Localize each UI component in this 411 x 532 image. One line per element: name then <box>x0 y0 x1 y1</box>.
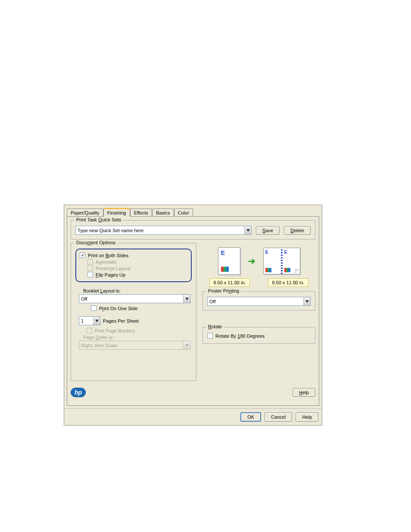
booklet-layout-combo[interactable]: Off <box>79 294 190 303</box>
preview-booklet-icon <box>263 248 300 274</box>
poster-printing-group: Poster Printing Off <box>202 291 315 311</box>
tab-finishing[interactable]: Finishing <box>103 208 130 217</box>
dialog-button-bar: OK Cancel Help <box>64 408 322 425</box>
page-order-value: Right, then Down <box>81 343 117 348</box>
pages-per-sheet-value: 1 <box>81 318 84 324</box>
rotate-group: Rotate Rotate By 180 Degrees <box>202 327 315 344</box>
preview-source-icon <box>218 247 240 275</box>
tab-strip: Paper/Quality Finishing Effects Basics C… <box>64 205 322 216</box>
preview-row: ➔ <box>202 247 315 275</box>
print-one-side-checkbox[interactable] <box>91 305 97 311</box>
flip-pages-label: Flip Pages Up <box>96 272 125 277</box>
print-both-sides-highlight: Print on Both Sides Automatic Preserve L… <box>75 249 192 282</box>
print-both-sides-checkbox[interactable] <box>80 252 85 258</box>
print-one-side-label: Print On One Side <box>99 306 137 311</box>
help-button[interactable]: Help <box>296 412 318 422</box>
help-inner-button[interactable]: Help <box>293 388 315 397</box>
tab-basics[interactable]: Basics <box>152 208 174 217</box>
pages-per-sheet-label: Pages Per Sheet <box>103 318 139 324</box>
chevron-down-icon[interactable] <box>303 297 310 305</box>
delete-button[interactable]: Delete <box>284 226 311 235</box>
page-order-combo: Right, then Down <box>79 341 190 350</box>
tab-panel: Print Task Quick Sets Type new Quick Set… <box>67 216 319 406</box>
rotate-title: Rotate <box>206 324 224 329</box>
target-dimensions: 8.50 x 11.00 in. <box>268 278 308 287</box>
quick-set-name-text: Type new Quick Set name here <box>78 228 143 233</box>
page-order-label: Page Order is: <box>83 335 192 340</box>
booklet-layout-label: Booklet Layout is: <box>83 288 192 293</box>
doc-options-title: Document Options <box>75 240 117 245</box>
ok-button[interactable]: OK <box>240 412 261 422</box>
automatic-checkbox <box>87 259 93 264</box>
document-options-group: Document Options Print on Both Sides Aut… <box>71 243 196 381</box>
tab-effects[interactable]: Effects <box>130 208 152 217</box>
rotate-180-label: Rotate By 180 Degrees <box>215 333 265 339</box>
chevron-down-icon[interactable] <box>183 295 190 303</box>
booklet-layout-value: Off <box>81 296 87 302</box>
tab-paper-quality[interactable]: Paper/Quality <box>67 208 103 217</box>
chevron-down-icon[interactable] <box>93 317 100 325</box>
rotate-180-checkbox[interactable] <box>207 333 213 339</box>
poster-printing-combo[interactable]: Off <box>207 297 311 306</box>
chevron-down-icon[interactable] <box>244 226 251 234</box>
arrow-right-icon: ➔ <box>248 256 255 266</box>
chevron-down-icon <box>183 341 190 349</box>
preserve-layout-label: Preserve Layout <box>96 266 130 271</box>
print-page-borders-checkbox <box>87 328 92 333</box>
quick-set-name-combo[interactable]: Type new Quick Set name here <box>75 226 252 235</box>
flip-pages-checkbox[interactable] <box>87 272 93 277</box>
print-both-sides-label: Print on Both Sides <box>88 253 128 258</box>
quick-sets-group: Print Task Quick Sets Type new Quick Set… <box>71 220 315 240</box>
print-page-borders-label: Print Page Borders <box>95 328 135 333</box>
quick-sets-title: Print Task Quick Sets <box>75 217 123 222</box>
print-dialog: Paper/Quality Finishing Effects Basics C… <box>64 205 322 426</box>
tab-color[interactable]: Color <box>174 208 193 217</box>
hp-logo-icon: hp <box>71 388 86 397</box>
pages-per-sheet-combo[interactable]: 1 <box>79 316 100 325</box>
automatic-label: Automatic <box>96 259 117 264</box>
cancel-button[interactable]: Cancel <box>265 412 292 422</box>
save-button[interactable]: Save <box>256 226 280 235</box>
preserve-layout-checkbox <box>87 265 93 271</box>
poster-printing-title: Poster Printing <box>206 288 241 293</box>
poster-printing-value: Off <box>209 299 215 304</box>
source-dimensions: 8.50 x 11.00 in. <box>209 278 249 287</box>
